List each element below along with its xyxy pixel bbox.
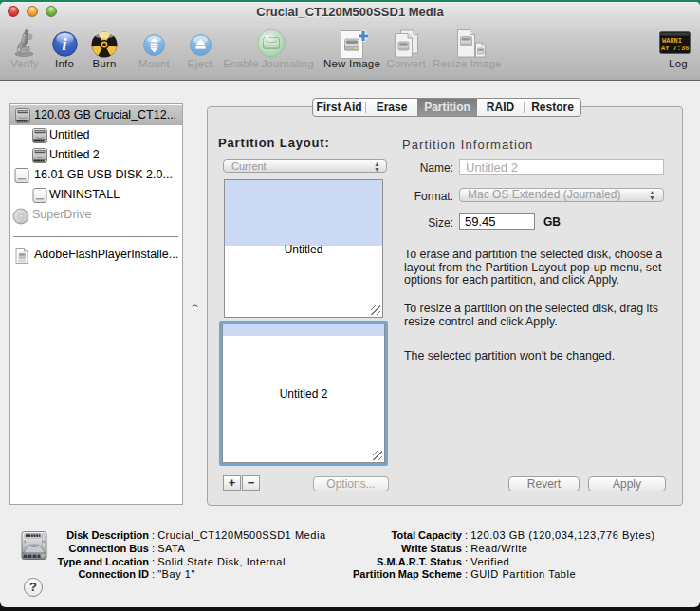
svg-text:WARNI: WARNI — [662, 37, 682, 45]
svg-text:i: i — [62, 34, 67, 54]
svg-text:AY 7:36: AY 7:36 — [661, 45, 689, 52]
